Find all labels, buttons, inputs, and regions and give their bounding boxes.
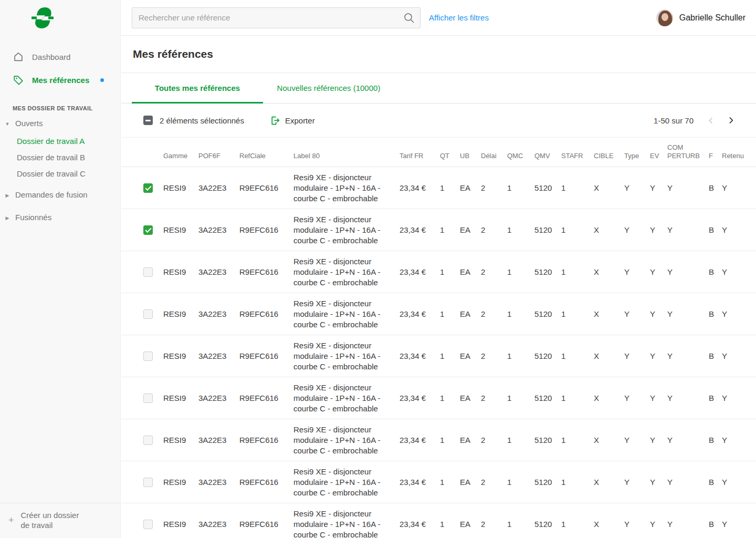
cell-ub: EA bbox=[460, 225, 481, 234]
row-checkbox[interactable] bbox=[143, 351, 153, 361]
cell-qt: 1 bbox=[440, 478, 460, 487]
cell-cible: X bbox=[594, 183, 624, 192]
cell-qt: 1 bbox=[440, 436, 460, 444]
row-checkbox[interactable] bbox=[143, 394, 153, 403]
search-icon bbox=[403, 12, 415, 24]
tab-nouvelles-references[interactable]: Nouvelles références (10000) bbox=[263, 73, 394, 103]
show-filters-link[interactable]: Afficher les filtres bbox=[429, 13, 489, 22]
table-body: RESI9 3A22E3 R9EFC616 Resi9 XE - disjonc… bbox=[121, 167, 756, 538]
cell-qmc: 1 bbox=[507, 520, 534, 529]
cell-delai: 2 bbox=[481, 225, 507, 234]
search-input[interactable] bbox=[132, 7, 421, 28]
cell-stafr: 1 bbox=[561, 520, 594, 529]
folder-item[interactable]: Dossier de travail B bbox=[0, 149, 120, 165]
user-menu[interactable]: Gabrielle Schuller bbox=[656, 9, 746, 26]
cell-ev: Y bbox=[650, 520, 667, 529]
cell-pof6f: 3A22E3 bbox=[198, 478, 239, 487]
tree-group-label: Demandes de fusion bbox=[15, 190, 88, 199]
cell-qmv: 5120 bbox=[534, 267, 561, 276]
cell-gamme: RESI9 bbox=[163, 267, 198, 276]
create-workfolder-label: Créer un dossier de travail bbox=[21, 510, 79, 530]
export-icon bbox=[269, 115, 280, 126]
export-button[interactable]: Exporter bbox=[269, 115, 315, 126]
cell-ev: Y bbox=[650, 309, 667, 318]
cell-stafr: 1 bbox=[561, 309, 594, 318]
table-header: GammePOF6FRefCialeLabel 80Tarif FRQTUBDé… bbox=[121, 138, 756, 167]
row-checkbox[interactable] bbox=[143, 520, 153, 529]
tree-group-label: Fusionnés bbox=[15, 213, 51, 222]
pagination-next-button[interactable] bbox=[726, 115, 736, 126]
tree-group-fusionnes[interactable]: Fusionnés bbox=[0, 208, 120, 227]
cell-stafr: 1 bbox=[561, 394, 594, 402]
cell-retenu: Y bbox=[722, 267, 753, 276]
cell-cible: X bbox=[594, 436, 624, 444]
create-workfolder-button[interactable]: Créer un dossier de travail bbox=[0, 503, 120, 538]
cell-pof6f: 3A22E3 bbox=[198, 436, 239, 444]
table-toolbar: 2 éléments sélectionnés Exporter 1-50 su… bbox=[121, 104, 756, 138]
folder-item[interactable]: Dossier de travail A bbox=[0, 133, 120, 149]
select-all-checkbox[interactable] bbox=[143, 116, 153, 125]
cell-tarif-fr: 23,34 € bbox=[400, 436, 440, 444]
sidebar-item-dashboard[interactable]: Dashboard bbox=[0, 45, 120, 68]
cell-type: Y bbox=[624, 267, 650, 276]
cell-gamme: RESI9 bbox=[163, 394, 198, 402]
schneider-logo-icon bbox=[32, 6, 54, 29]
cell-gamme: RESI9 bbox=[163, 309, 198, 318]
tree-group-demandes-de-fusion[interactable]: Demandes de fusion bbox=[0, 185, 120, 204]
column-header-com-perturb: COM PERTURB bbox=[667, 143, 709, 160]
cell-com-perturb: Y bbox=[667, 183, 709, 192]
cell-qt: 1 bbox=[440, 183, 460, 192]
cell-label80: Resi9 XE - disjoncteur modulaire - 1P+N … bbox=[293, 382, 400, 414]
chevron-right-icon bbox=[4, 192, 10, 198]
column-header-d-lai: Délai bbox=[481, 152, 507, 160]
sidebar-item-label: Mes références bbox=[32, 76, 89, 85]
cell-gamme: RESI9 bbox=[163, 225, 198, 234]
row-checkbox[interactable] bbox=[143, 436, 153, 445]
cell-gamme: RESI9 bbox=[163, 478, 198, 487]
cell-ub: EA bbox=[460, 183, 481, 192]
cell-stafr: 1 bbox=[561, 225, 594, 234]
cell-f: B bbox=[709, 351, 722, 360]
cell-pof6f: 3A22E3 bbox=[198, 183, 239, 192]
cell-label80: Resi9 XE - disjoncteur modulaire - 1P+N … bbox=[293, 298, 400, 330]
cell-gamme: RESI9 bbox=[163, 436, 198, 444]
cell-qt: 1 bbox=[440, 225, 460, 234]
schneider-logo bbox=[0, 0, 120, 32]
cell-qt: 1 bbox=[440, 394, 460, 402]
row-checkbox[interactable] bbox=[143, 309, 153, 319]
row-checkbox[interactable] bbox=[143, 478, 153, 487]
cell-refciale: R9EFC616 bbox=[239, 225, 293, 234]
table-row: RESI9 3A22E3 R9EFC616 Resi9 XE - disjonc… bbox=[121, 167, 756, 209]
table-row: RESI9 3A22E3 R9EFC616 Resi9 XE - disjonc… bbox=[121, 293, 756, 335]
export-label: Exporter bbox=[285, 116, 315, 125]
cell-f: B bbox=[709, 309, 722, 318]
row-checkbox[interactable] bbox=[143, 183, 153, 193]
cell-pof6f: 3A22E3 bbox=[198, 351, 239, 360]
cell-qmc: 1 bbox=[507, 309, 534, 318]
tree-group-label: Ouverts bbox=[15, 119, 43, 128]
cell-delai: 2 bbox=[481, 351, 507, 360]
tab-toutes-mes-references[interactable]: Toutes mes références bbox=[132, 73, 263, 103]
cell-ub: EA bbox=[460, 394, 481, 402]
chevron-right-icon bbox=[4, 214, 10, 221]
cell-stafr: 1 bbox=[561, 351, 594, 360]
cell-qmc: 1 bbox=[507, 478, 534, 487]
cell-f: B bbox=[709, 267, 722, 276]
cell-ev: Y bbox=[650, 478, 667, 487]
cell-qmv: 5120 bbox=[534, 225, 561, 234]
tree-group-ouverts[interactable]: Ouverts bbox=[0, 113, 120, 133]
column-header-gamme: Gamme bbox=[163, 152, 198, 160]
column-header-pof6f: POF6F bbox=[198, 152, 239, 160]
cell-label80: Resi9 XE - disjoncteur modulaire - 1P+N … bbox=[293, 340, 400, 372]
cell-cible: X bbox=[594, 309, 624, 318]
plus-icon bbox=[8, 515, 14, 525]
pagination: 1-50 sur 70 bbox=[654, 115, 736, 126]
folder-item[interactable]: Dossier de travail C bbox=[0, 165, 120, 182]
cell-delai: 2 bbox=[481, 183, 507, 192]
row-checkbox[interactable] bbox=[143, 225, 153, 235]
sidebar-item-my-references[interactable]: Mes références bbox=[0, 68, 120, 91]
pagination-prev-button[interactable] bbox=[706, 116, 716, 126]
row-checkbox[interactable] bbox=[143, 267, 153, 277]
search-bar bbox=[132, 7, 421, 28]
cell-ub: EA bbox=[460, 436, 481, 444]
